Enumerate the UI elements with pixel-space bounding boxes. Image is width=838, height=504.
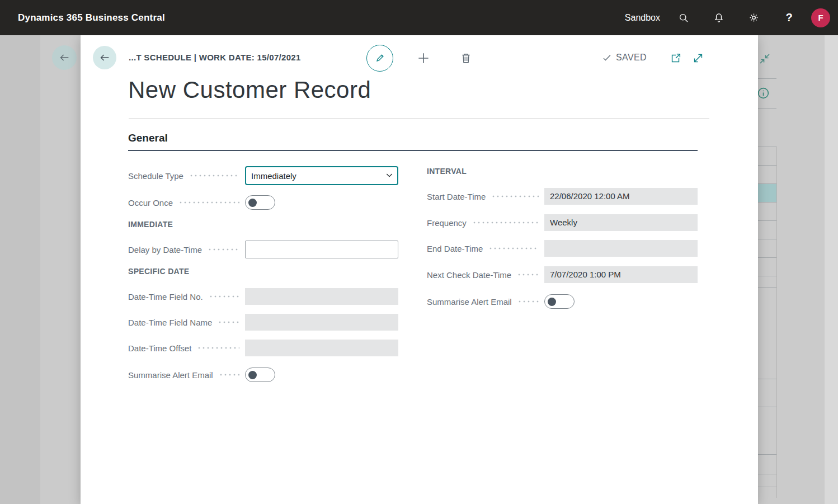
screen: Dynamics 365 Business Central Sandbox	[0, 0, 838, 504]
dim-table-row-line	[758, 276, 776, 276]
dim-table-row-line	[758, 78, 776, 79]
date-time-field-no-label: Date-Time Field No.	[128, 292, 203, 302]
dim-table-row-line	[758, 183, 776, 184]
field-date-time-field-no: Date-Time Field No.	[128, 288, 398, 305]
edit-button[interactable]	[366, 45, 393, 72]
delete-button[interactable]	[458, 50, 474, 66]
dim-table-row-line	[758, 379, 776, 379]
next-check-date-time-value: 7/07/2020 1:00 PM	[544, 266, 698, 283]
dim-table-row-line	[758, 454, 776, 455]
frequency-label: Frequency	[427, 218, 467, 228]
dim-table-row-line	[758, 407, 776, 407]
dotted-leader	[219, 374, 239, 376]
summarise-alert-email-label: Summarise Alert Email	[128, 370, 213, 380]
dim-background-right	[758, 35, 838, 504]
schedule-card-page: ...T SCHEDULE | WORK DATE: 15/07/2021 SA…	[81, 35, 758, 504]
dotted-leader	[218, 321, 239, 323]
dim-table-row-line	[758, 108, 776, 109]
back-button[interactable]	[93, 46, 116, 69]
dim-table-row-line	[758, 487, 776, 487]
field-next-check-date-time: Next Check Date-Time 7/07/2020 1:00 PM	[427, 266, 698, 283]
immediate-heading: IMMEDIATE	[128, 220, 173, 229]
bell-icon[interactable]	[701, 0, 736, 35]
section-general[interactable]: General	[128, 132, 168, 144]
occur-once-toggle[interactable]	[245, 195, 275, 210]
end-date-time-value	[544, 240, 698, 257]
dim-table-row-line	[758, 257, 776, 258]
page-title: New Customer Record	[128, 77, 371, 103]
schedule-type-select[interactable]: Immediately	[245, 166, 398, 185]
delay-by-label: Delay by Date-Time	[128, 245, 202, 255]
expand-icon[interactable]	[690, 50, 706, 66]
app-title[interactable]: Dynamics 365 Business Central	[18, 12, 165, 23]
dim-table-selected-cell	[758, 184, 776, 202]
dim-collapse-icon	[758, 52, 771, 68]
save-status: SAVED	[602, 53, 647, 63]
add-button[interactable]	[416, 50, 431, 66]
next-check-date-time-label: Next Check Date-Time	[427, 270, 511, 280]
interval-heading: INTERVAL	[427, 167, 467, 176]
field-frequency: Frequency Weekly	[427, 214, 698, 231]
check-icon	[602, 53, 612, 63]
dotted-leader	[189, 175, 239, 177]
field-date-time-field-name: Date-Time Field Name	[128, 314, 398, 331]
section-underline	[128, 150, 698, 151]
start-date-time-value: 22/06/2020 12:00 AM	[544, 188, 698, 205]
dotted-leader	[491, 195, 539, 197]
topbar: Dynamics 365 Business Central Sandbox	[0, 0, 838, 35]
dim-right-scroll-strip	[825, 35, 838, 504]
date-time-field-name-label: Date-Time Field Name	[128, 318, 212, 327]
date-time-offset-label: Date-Time Offset	[128, 343, 191, 353]
save-status-label: SAVED	[616, 53, 647, 63]
start-date-time-label: Start Date-Time	[427, 192, 486, 201]
specific-date-heading: SPECIFIC DATE	[128, 267, 189, 276]
environment-label[interactable]: Sandbox	[625, 13, 660, 23]
delay-by-input[interactable]	[245, 241, 398, 258]
schedule-type-label: Schedule Type	[128, 171, 183, 181]
page-caption: ...T SCHEDULE | WORK DATE: 15/07/2021	[129, 53, 301, 62]
date-time-offset-value	[245, 340, 398, 356]
occur-once-label: Occur Once	[128, 198, 173, 208]
date-time-field-name-value	[245, 314, 398, 331]
dotted-leader	[517, 300, 539, 303]
field-start-date-time: Start Date-Time 22/06/2020 12:00 AM	[427, 188, 698, 205]
topbar-right: Sandbox ? F	[625, 0, 838, 35]
help-icon[interactable]: ?	[771, 0, 807, 35]
summarise-alert-email-label-right: Summarise Alert Email	[427, 297, 512, 307]
dim-background-left-inner	[40, 35, 81, 504]
field-summarise-alert-email-right: Summarise Alert Email	[427, 294, 698, 309]
dotted-leader	[178, 201, 239, 204]
summarise-alert-email-toggle-left[interactable]	[245, 368, 275, 382]
summarise-alert-email-toggle-right[interactable]	[544, 294, 575, 309]
search-icon[interactable]	[666, 0, 701, 35]
dim-table-row-line	[758, 202, 776, 202]
avatar-initial: F	[818, 13, 823, 22]
gear-icon[interactable]	[736, 0, 771, 35]
avatar[interactable]: F	[811, 8, 830, 27]
title-divider	[129, 118, 709, 119]
dim-table-row-line	[758, 474, 776, 474]
dim-table-vline	[776, 147, 777, 498]
dim-background-left-outer	[0, 35, 40, 504]
field-schedule-type: Schedule Type Immediately	[128, 166, 398, 185]
field-date-time-offset: Date-Time Offset	[128, 340, 398, 356]
field-delay-by-date-time: Delay by Date-Time	[128, 241, 398, 258]
dim-table-row-line	[758, 147, 776, 147]
dotted-leader	[488, 247, 539, 249]
dim-table-row-line	[758, 287, 776, 288]
dotted-leader	[517, 274, 539, 276]
dotted-leader	[472, 222, 539, 224]
field-summarise-alert-email-left: Summarise Alert Email	[128, 368, 398, 382]
dim-table-row-line	[758, 220, 776, 221]
dim-back-button	[52, 45, 77, 70]
dim-info-icon	[756, 86, 770, 102]
open-in-new-window-icon[interactable]	[668, 50, 684, 66]
date-time-field-no-value	[245, 288, 398, 305]
frequency-value: Weekly	[544, 214, 698, 231]
dim-table-row-line	[758, 239, 776, 239]
dotted-leader	[208, 248, 239, 251]
dotted-leader	[209, 295, 239, 298]
end-date-time-label: End Date-Time	[427, 244, 483, 253]
dim-table-row-line	[758, 165, 776, 166]
field-end-date-time: End Date-Time	[427, 240, 698, 257]
